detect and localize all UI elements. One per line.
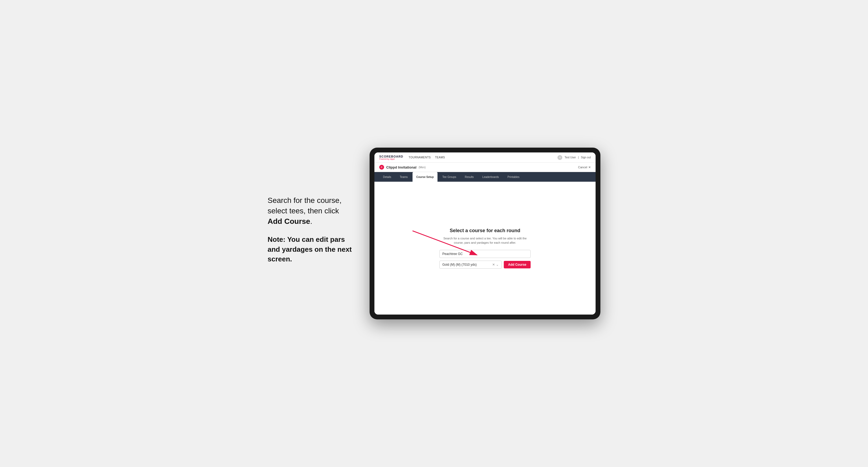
tee-select-row: Gold (M) (M) (7010 yds) ✕ ⌄ Add Course — [439, 260, 531, 269]
tab-leaderboards[interactable]: Leaderboards — [478, 172, 503, 182]
nav-separator: | — [578, 156, 579, 159]
instruction-text: Search for the course, select tees, then… — [268, 195, 353, 227]
tablet-device: SCOREBOARD Powered by clippd TOURNAMENTS… — [370, 148, 600, 319]
sign-out-link[interactable]: Sign out — [581, 156, 591, 159]
clear-icon[interactable]: ✕ — [492, 263, 495, 267]
card-description: Search for a course and select a tee. Yo… — [439, 236, 531, 245]
nav-tournaments[interactable]: TOURNAMENTS — [408, 156, 431, 159]
nav-links: TOURNAMENTS TEAMS — [408, 156, 445, 159]
tab-printables[interactable]: Printables — [504, 172, 523, 182]
tab-navigation: Details Teams Course Setup Tee Groups Re… — [374, 172, 596, 182]
tab-course-setup[interactable]: Course Setup — [412, 172, 437, 182]
tablet-screen: SCOREBOARD Powered by clippd TOURNAMENTS… — [374, 152, 596, 315]
add-course-button[interactable]: Add Course — [504, 261, 531, 269]
tournament-name: Clippd Invitational — [386, 165, 416, 169]
tee-select-container[interactable]: Gold (M) (M) (7010 yds) ✕ ⌄ — [439, 260, 502, 269]
tournament-title: C Clippd Invitational (Men) — [379, 165, 426, 169]
logo-sub: Powered by clippd — [379, 158, 403, 160]
tee-select-controls: ✕ ⌄ — [492, 263, 499, 267]
course-card: Select a course for each round Search fo… — [439, 228, 531, 269]
top-nav: SCOREBOARD Powered by clippd TOURNAMENTS… — [374, 152, 596, 163]
logo: SCOREBOARD Powered by clippd — [379, 155, 403, 160]
chevron-icon: ⌄ — [496, 263, 499, 267]
instructions-panel: Search for the course, select tees, then… — [268, 195, 353, 272]
instruction-bold: Add Course — [268, 217, 310, 225]
user-name: Test User — [564, 156, 576, 159]
tournament-badge: (Men) — [419, 166, 426, 169]
tournament-icon: C — [379, 165, 384, 169]
tab-details[interactable]: Details — [379, 172, 395, 182]
cancel-label: Cancel — [578, 165, 587, 169]
instruction-end: . — [310, 217, 312, 225]
logo-text: SCOREBOARD — [379, 155, 403, 158]
tab-results[interactable]: Results — [461, 172, 477, 182]
main-content: Select a course for each round Search fo… — [374, 182, 596, 315]
tab-teams[interactable]: Teams — [396, 172, 411, 182]
cancel-icon: ✕ — [588, 165, 591, 169]
user-avatar: R — [557, 155, 562, 160]
card-title: Select a course for each round — [439, 228, 531, 234]
tournament-header: C Clippd Invitational (Men) Cancel ✕ — [374, 163, 596, 172]
search-input-wrapper — [439, 250, 531, 258]
page-wrapper: Search for the course, select tees, then… — [0, 0, 868, 467]
nav-left: SCOREBOARD Powered by clippd TOURNAMENTS… — [379, 155, 445, 160]
cancel-button[interactable]: Cancel ✕ — [578, 165, 591, 169]
nav-right: R Test User | Sign out — [557, 155, 591, 160]
course-search-input[interactable] — [439, 250, 531, 258]
instruction-line1: Search for the course, select tees, then… — [268, 196, 341, 215]
tee-select-value: Gold (M) (M) (7010 yds) — [442, 263, 477, 267]
nav-teams[interactable]: TEAMS — [435, 156, 445, 159]
tab-tee-groups[interactable]: Tee Groups — [439, 172, 460, 182]
instruction-note: Note: You can edit pars and yardages on … — [268, 235, 353, 264]
